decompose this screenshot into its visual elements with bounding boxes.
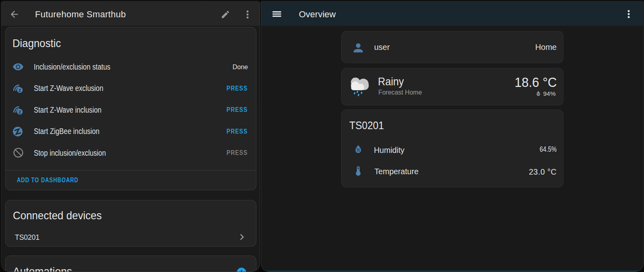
svg-text:z: z — [19, 88, 21, 93]
svg-text:z: z — [19, 109, 21, 115]
